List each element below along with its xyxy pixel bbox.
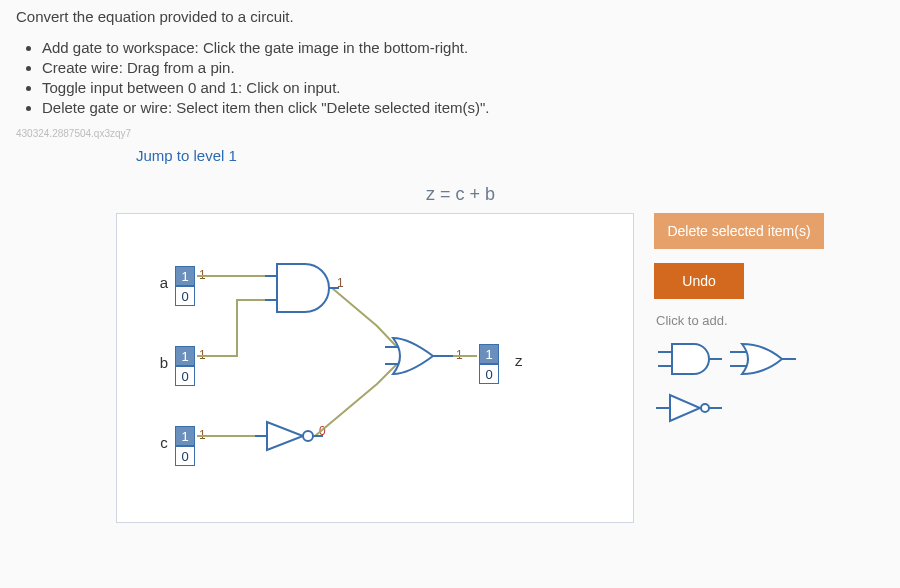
wire-not-to-or — [315, 364, 397, 436]
input-c-value-0[interactable]: 0 — [175, 446, 195, 466]
svg-point-3 — [303, 431, 313, 441]
output-z-value-1: 1 — [479, 344, 499, 364]
instruction-item: Delete gate or wire: Select item then cl… — [42, 99, 884, 116]
input-a-pin-value: 1 — [199, 268, 206, 282]
output-z-value-0: 0 — [479, 364, 499, 384]
input-a-value-1[interactable]: 1 — [175, 266, 195, 286]
input-a-label: a — [157, 274, 171, 291]
instruction-item: Create wire: Drag from a pin. — [42, 59, 884, 76]
or-gate-icon — [385, 338, 453, 374]
input-c-value-1[interactable]: 1 — [175, 426, 195, 446]
input-c-pin-value: 1 — [199, 428, 206, 442]
palette-panel: Delete selected item(s) Undo Click to ad… — [654, 213, 864, 523]
input-b-value-0[interactable]: 0 — [175, 366, 195, 386]
jump-to-level-link[interactable]: Jump to level 1 — [136, 147, 884, 164]
input-c-toggle[interactable]: 1 0 — [175, 426, 197, 466]
palette-and-gate[interactable] — [654, 338, 724, 380]
output-z-label: z — [515, 352, 523, 369]
instructions-list: Add gate to workspace: Click the gate im… — [42, 39, 884, 116]
instruction-item: Toggle input between 0 and 1: Click on i… — [42, 79, 884, 96]
target-equation: z = c + b — [426, 184, 884, 205]
palette-not-gate[interactable] — [654, 387, 724, 429]
work-area: a 1 0 1 b 1 0 1 c 1 0 1 1 0 z 1 0 1 — [16, 213, 884, 523]
input-a-value-0[interactable]: 0 — [175, 286, 195, 306]
and-gate-out-value: 1 — [337, 276, 344, 290]
input-b-toggle[interactable]: 1 0 — [175, 346, 197, 386]
click-to-add-label: Click to add. — [656, 313, 864, 328]
circuit-canvas[interactable]: a 1 0 1 b 1 0 1 c 1 0 1 1 0 z 1 0 1 — [116, 213, 634, 523]
wire-and-to-or — [332, 288, 397, 347]
instruction-item: Add gate to workspace: Click the gate im… — [42, 39, 884, 56]
input-b-label: b — [157, 354, 171, 371]
tiny-identifier: 430324.2887504.qx3zqy7 — [16, 128, 884, 139]
delete-selected-button[interactable]: Delete selected item(s) — [654, 213, 824, 249]
undo-button[interactable]: Undo — [654, 263, 744, 299]
input-a-toggle[interactable]: 1 0 — [175, 266, 197, 306]
not-gate-icon — [255, 422, 323, 450]
input-b-pin-value: 1 — [199, 348, 206, 362]
svg-point-15 — [701, 404, 709, 412]
or-gate-out-value: 1 — [456, 348, 463, 362]
wire-b-to-and — [197, 300, 277, 356]
and-gate-icon — [265, 264, 339, 312]
input-c-label: c — [157, 434, 171, 451]
output-z-display: 1 0 — [479, 344, 501, 384]
prompt-text: Convert the equation provided to a circu… — [16, 8, 884, 25]
palette-or-gate[interactable] — [728, 338, 798, 380]
not-gate-out-value: 0 — [319, 424, 326, 438]
input-b-value-1[interactable]: 1 — [175, 346, 195, 366]
